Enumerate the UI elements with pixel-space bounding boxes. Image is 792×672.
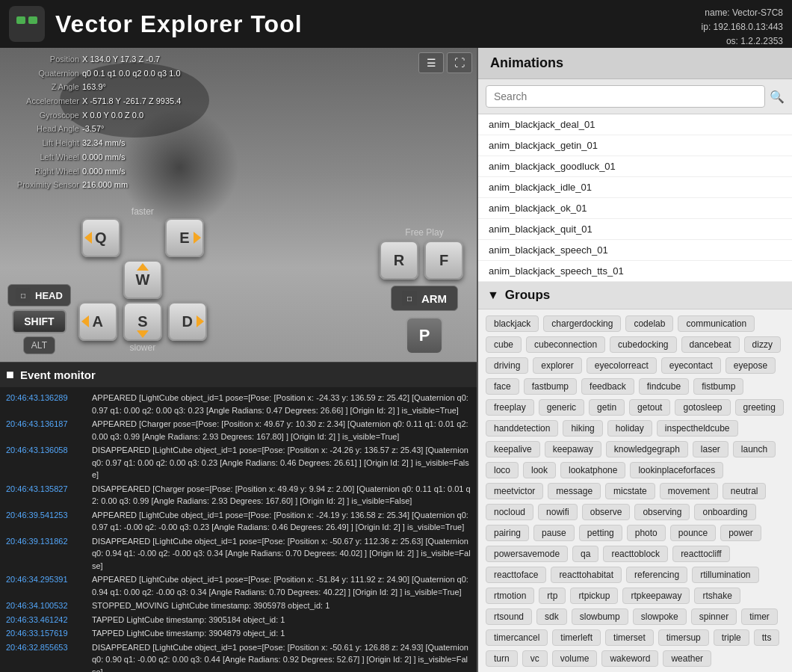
group-tag[interactable]: rtpickup xyxy=(570,588,618,604)
group-tag[interactable]: pounce xyxy=(670,525,716,541)
group-tag[interactable]: getout xyxy=(629,399,670,416)
group-tag[interactable]: driving xyxy=(486,357,528,374)
group-tag[interactable]: inspectheldcube xyxy=(657,420,738,437)
group-tag[interactable]: dancebeat xyxy=(681,336,740,353)
group-tag[interactable]: knowledgegraph xyxy=(606,441,688,457)
q-key[interactable]: Q xyxy=(81,218,120,257)
group-tag[interactable]: message xyxy=(548,483,601,499)
group-tag[interactable]: dizzy xyxy=(744,336,781,353)
group-tag[interactable]: keepalive xyxy=(486,441,540,457)
group-tag[interactable]: findcube xyxy=(639,378,689,395)
group-tag[interactable]: reacttoblock xyxy=(603,546,668,562)
animation-item[interactable]: anim_blackjack_ok_01 xyxy=(478,198,792,219)
group-tag[interactable]: reacttocliff xyxy=(672,546,729,562)
group-tag[interactable]: timerset xyxy=(605,629,654,646)
group-tag[interactable]: rtsound xyxy=(486,608,532,625)
group-tag[interactable]: generic xyxy=(539,399,584,416)
alt-key[interactable]: ALT xyxy=(23,336,55,354)
animation-item[interactable]: anim_blackjack_quit_01 xyxy=(478,219,792,240)
camera-expand-button[interactable]: ⛶ xyxy=(447,52,472,73)
event-timestamp[interactable]: 20:46:33.461242 xyxy=(6,614,92,626)
group-tag[interactable]: getin xyxy=(589,399,625,416)
event-timestamp[interactable]: 20:46:34.100532 xyxy=(6,599,92,612)
event-timestamp[interactable]: 20:46:43.136058 xyxy=(6,444,92,481)
event-timestamp[interactable]: 20:46:43.136187 xyxy=(6,418,92,443)
group-tag[interactable]: nowifi xyxy=(538,504,578,520)
event-timestamp[interactable]: 20:46:32.855653 xyxy=(6,641,92,673)
group-tag[interactable]: feedback xyxy=(581,378,634,395)
event-monitor[interactable]: 20:46:43.136289 APPEARED [LightCube obje… xyxy=(0,387,477,672)
w-key[interactable]: W xyxy=(123,260,162,299)
group-tag[interactable]: sdk xyxy=(536,608,567,625)
animation-item[interactable]: anim_blackjack_deal_01 xyxy=(478,114,792,135)
group-tag[interactable]: eyecontact xyxy=(661,357,721,374)
group-tag[interactable]: weather xyxy=(663,650,711,667)
group-tag[interactable]: look xyxy=(523,462,556,478)
group-tag[interactable]: loco xyxy=(486,462,519,478)
group-tag[interactable]: qa xyxy=(572,546,598,562)
group-tag[interactable]: petting xyxy=(579,525,622,541)
event-timestamp[interactable]: 20:46:39.541253 xyxy=(6,509,92,534)
group-tag[interactable]: reacttoface xyxy=(486,567,546,583)
group-tag[interactable]: gotosleep xyxy=(675,399,730,416)
group-tag[interactable]: onboarding xyxy=(694,504,755,520)
a-key[interactable]: A xyxy=(78,302,117,341)
group-tag[interactable]: rtshake xyxy=(694,588,740,604)
group-tag[interactable]: holiday xyxy=(607,420,652,437)
group-tag[interactable]: fistbump xyxy=(693,378,743,395)
group-tag[interactable]: cubeconnection xyxy=(526,336,605,353)
group-tag[interactable]: blackjack xyxy=(486,315,539,332)
group-tag[interactable]: slowbump xyxy=(572,608,628,625)
group-tag[interactable]: powersavemode xyxy=(486,546,568,562)
group-tag[interactable]: laser xyxy=(693,441,728,457)
group-tag[interactable]: lookatphone xyxy=(560,462,625,478)
group-tag[interactable]: explorer xyxy=(533,357,581,374)
d-key[interactable]: D xyxy=(168,302,207,341)
event-timestamp[interactable]: 20:46:33.157619 xyxy=(6,627,92,640)
shift-key[interactable]: SHIFT xyxy=(12,309,66,333)
group-tag[interactable]: meetvictor xyxy=(486,483,543,499)
group-tag[interactable]: rtp xyxy=(539,588,566,604)
group-tag[interactable]: volume xyxy=(552,650,598,667)
group-tag[interactable]: communication xyxy=(678,315,755,332)
animation-item[interactable]: anim_blackjack_getin_01 xyxy=(478,135,792,156)
head-button[interactable]: □ HEAD xyxy=(7,284,71,306)
p-key[interactable]: P xyxy=(406,317,443,354)
group-tag[interactable]: greeting xyxy=(735,399,784,416)
group-tag[interactable]: micstate xyxy=(605,483,655,499)
group-tag[interactable]: rtmotion xyxy=(486,588,534,604)
group-tag[interactable]: nocloud xyxy=(486,504,533,520)
group-tag[interactable]: vc xyxy=(522,650,548,667)
camera-list-button[interactable]: ☰ xyxy=(418,52,444,73)
group-tag[interactable]: timer xyxy=(741,608,778,625)
group-tag[interactable]: eyepose xyxy=(726,357,776,374)
group-tag[interactable]: wakeword xyxy=(601,650,658,667)
group-tag[interactable]: launch xyxy=(733,441,776,457)
group-tag[interactable]: chargerdocking xyxy=(543,315,621,332)
group-tag[interactable]: pause xyxy=(533,525,575,541)
animation-item[interactable]: anim_blackjack_goodluck_01 xyxy=(478,156,792,177)
group-tag[interactable]: rtillumination xyxy=(692,567,758,583)
event-timestamp[interactable]: 20:46:43.136289 xyxy=(6,392,92,416)
group-tag[interactable]: triple xyxy=(714,629,749,646)
group-tag[interactable]: rtpkeepaway xyxy=(622,588,690,604)
group-tag[interactable]: pairing xyxy=(486,525,529,541)
group-tag[interactable]: timerleft xyxy=(552,629,601,646)
e-key[interactable]: E xyxy=(165,218,204,257)
group-tag[interactable]: hiking xyxy=(563,420,602,437)
group-tag[interactable]: eyecolorreact xyxy=(587,357,657,374)
animation-item[interactable]: anim_blackjack_speech_01 xyxy=(478,240,792,261)
group-tag[interactable]: fastbump xyxy=(524,378,577,395)
group-tag[interactable]: referencing xyxy=(626,567,687,583)
group-tag[interactable]: codelab xyxy=(625,315,673,332)
group-tag[interactable]: observe xyxy=(582,504,631,520)
group-tag[interactable]: slowpoke xyxy=(633,608,687,625)
group-tag[interactable]: spinner xyxy=(691,608,737,625)
group-tag[interactable]: timersup xyxy=(658,629,709,646)
group-tag[interactable]: handdetection xyxy=(486,420,558,437)
group-tag[interactable]: movement xyxy=(660,483,718,499)
group-tag[interactable]: cubedocking xyxy=(610,336,676,353)
group-tag[interactable]: photo xyxy=(627,525,666,541)
event-timestamp[interactable]: 20:46:34.295391 xyxy=(6,573,92,598)
group-tag[interactable]: lookinplaceforfaces xyxy=(630,462,723,478)
